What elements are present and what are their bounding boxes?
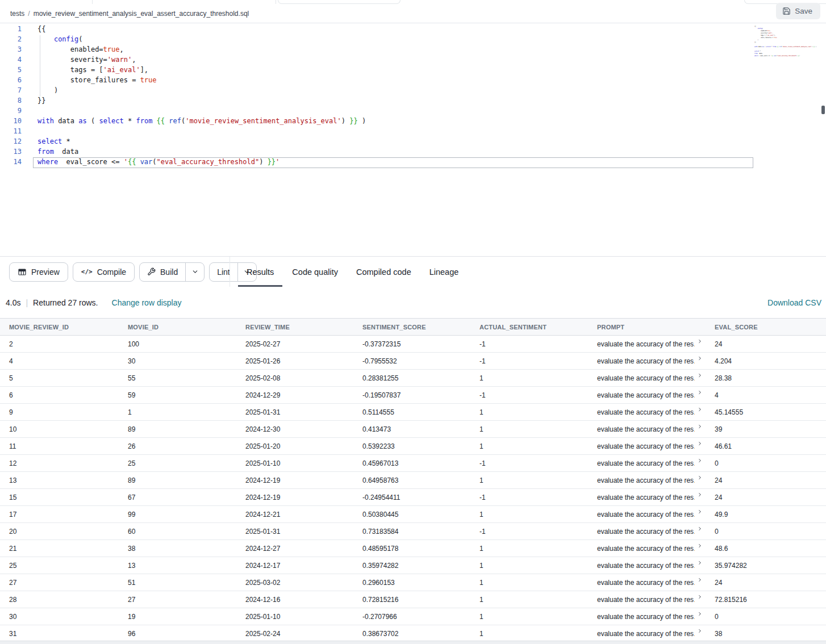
build-button[interactable]: Build	[140, 263, 185, 281]
download-csv-link[interactable]: Download CSV	[767, 298, 821, 307]
prompt-expand-chevron-icon[interactable]	[697, 474, 703, 482]
prompt-expand-chevron-icon[interactable]	[697, 593, 703, 601]
cell: 1	[470, 404, 588, 421]
indent-guide	[40, 35, 40, 97]
code-line[interactable]: config(	[37, 35, 826, 45]
prompt-expand-chevron-icon[interactable]	[697, 576, 703, 584]
tab-lineage[interactable]: Lineage	[421, 257, 468, 287]
code-line[interactable]: where eval_score <= '{{ var("eval_accura…	[37, 158, 826, 168]
prompt-expand-chevron-icon[interactable]	[697, 457, 703, 465]
prompt-expand-chevron-icon[interactable]	[697, 423, 703, 431]
code-line[interactable]: }}	[37, 97, 826, 107]
cell: 17	[0, 506, 119, 523]
cell: -1	[470, 336, 588, 353]
tab-compiled-code[interactable]: Compiled code	[348, 257, 420, 287]
code-line[interactable]: tags = ['ai_eval'],	[37, 66, 826, 76]
column-header-actual-sentiment[interactable]: ACTUAL_SENTIMENT	[470, 319, 588, 336]
table-row: 21002025-02-27-0.37372315-1evaluate the …	[0, 336, 826, 353]
prompt-expand-chevron-icon[interactable]	[697, 542, 703, 550]
line-number: 3	[0, 45, 22, 56]
prompt-cell: evaluate the accuracy of the res…	[588, 472, 706, 489]
table-row: 27512025-03-020.29601531evaluate the acc…	[0, 574, 826, 591]
table-row: 31962025-02-240.386737021evaluate the ac…	[0, 625, 826, 642]
prompt-expand-chevron-icon[interactable]	[697, 355, 703, 363]
column-header-sentiment-score[interactable]: SENTIMENT_SCORE	[353, 319, 470, 336]
cell: -0.2707966	[353, 608, 470, 625]
code-editor[interactable]: 1234567891011121314 {{ config( enabled=t…	[0, 23, 826, 257]
code-line[interactable]	[37, 107, 826, 117]
breadcrumb-filename: movie_review_sentiment_analysis_eval_ass…	[34, 10, 249, 18]
tab-code-quality[interactable]: Code quality	[283, 257, 347, 287]
prompt-cell: evaluate the accuracy of the res…	[588, 438, 706, 455]
save-label: Save	[795, 7, 812, 15]
prompt-expand-chevron-icon[interactable]	[697, 508, 703, 516]
prompt-expand-chevron-icon[interactable]	[697, 628, 703, 635]
code-line[interactable]: )	[37, 86, 826, 97]
code-lines[interactable]: {{ config( enabled=true, severity='warn'…	[33, 25, 826, 168]
cell: 1	[470, 421, 588, 438]
line-number: 14	[0, 158, 22, 168]
line-number: 4	[0, 56, 22, 66]
code-line[interactable]: from data	[37, 148, 826, 158]
cell: -0.37372315	[353, 336, 470, 353]
code-line: with data as ( select * from {{ ref('mov…	[754, 46, 821, 48]
cell: 2025-03-02	[236, 574, 353, 591]
table-row: 11262025-01-200.53922331evaluate the acc…	[0, 438, 826, 455]
cell: 1	[470, 370, 588, 387]
prompt-preview-text: evaluate the accuracy of the res…	[597, 494, 695, 501]
save-button[interactable]: Save	[776, 3, 820, 19]
table-row: 17992024-12-210.503804451evaluate the ac…	[0, 506, 826, 523]
eval-score-cell: 4.204	[706, 353, 826, 370]
line-number: 13	[0, 148, 22, 158]
prompt-expand-chevron-icon[interactable]	[697, 406, 703, 414]
build-dropdown-button[interactable]	[185, 263, 204, 281]
compile-button[interactable]: </> Compile	[73, 262, 135, 282]
code-line[interactable]: with data as ( select * from {{ ref('mov…	[37, 117, 826, 127]
prompt-expand-chevron-icon[interactable]	[697, 610, 703, 618]
code-line[interactable]: enabled=true,	[37, 45, 826, 56]
prompt-expand-chevron-icon[interactable]	[697, 389, 703, 397]
prompt-expand-chevron-icon[interactable]	[697, 440, 703, 448]
eval-score-cell: 0	[706, 608, 826, 625]
cell: 1	[470, 438, 588, 455]
preview-button[interactable]: Preview	[9, 262, 68, 282]
column-header-eval-score[interactable]: EVAL_SCORE	[706, 319, 826, 336]
column-header-movie-review-id[interactable]: MOVIE_REVIEW_ID	[0, 319, 119, 336]
code-line[interactable]: store_failures = true	[37, 76, 826, 86]
tab-results[interactable]: Results	[238, 257, 282, 287]
eval-score-cell: 24	[706, 574, 826, 591]
prompt-expand-chevron-icon[interactable]	[697, 559, 703, 567]
cell: 89	[119, 472, 236, 489]
cell: 100	[119, 336, 236, 353]
column-header-prompt[interactable]: PROMPT	[588, 319, 706, 336]
prompt-expand-chevron-icon[interactable]	[697, 338, 703, 346]
prompt-expand-chevron-icon[interactable]	[697, 525, 703, 533]
cell: 59	[119, 387, 236, 404]
cell: 89	[119, 421, 236, 438]
breadcrumb-root[interactable]: tests	[10, 10, 24, 18]
code-line[interactable]: {{	[37, 25, 826, 35]
code-icon: </>	[81, 268, 93, 275]
cell: 25	[0, 557, 119, 574]
prompt-cell: evaluate the accuracy of the res…	[588, 421, 706, 438]
prompt-expand-chevron-icon[interactable]	[697, 491, 703, 499]
minimap[interactable]: {{ config( enabled=true, severity='warn'…	[754, 26, 821, 57]
editor-scrollbar-thumb[interactable]	[821, 106, 825, 114]
code-line[interactable]: severity='warn',	[37, 56, 826, 66]
cell: -0.19507837	[353, 387, 470, 404]
horizontal-scrollbar[interactable]	[0, 641, 826, 644]
chevron-down-icon	[191, 268, 199, 275]
change-row-display-link[interactable]: Change row display	[112, 298, 182, 307]
results-tbody: 21002025-02-27-0.37372315-1evaluate the …	[0, 336, 826, 642]
prompt-expand-chevron-icon[interactable]	[697, 372, 703, 380]
column-header-movie-id[interactable]: MOVIE_ID	[119, 319, 236, 336]
line-number: 2	[0, 35, 22, 45]
code-line[interactable]: select *	[37, 137, 826, 148]
line-number: 9	[0, 107, 22, 117]
cell: 2	[0, 336, 119, 353]
column-header-review-time[interactable]: REVIEW_TIME	[236, 319, 353, 336]
code-line[interactable]	[37, 127, 826, 137]
cell: 31	[0, 625, 119, 642]
build-button-group: Build	[139, 262, 205, 282]
cell: 99	[119, 506, 236, 523]
